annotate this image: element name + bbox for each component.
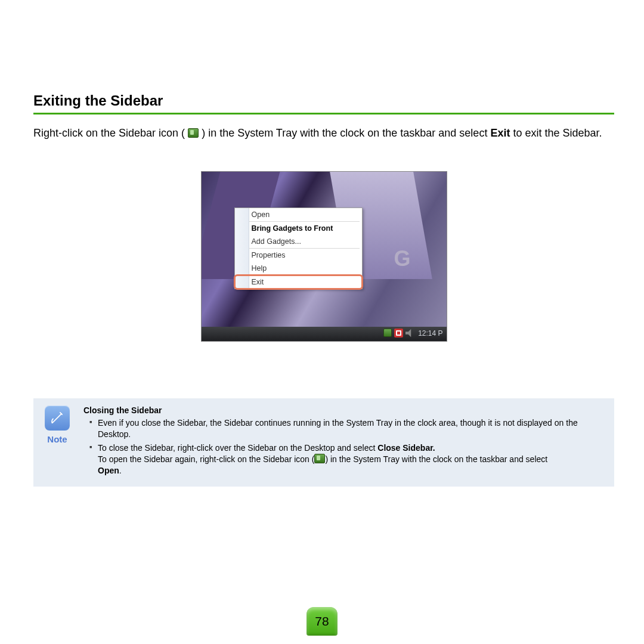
menu-item-open[interactable]: Open xyxy=(235,208,362,221)
intro-text-2: ) in the System Tray with the clock on t… xyxy=(202,127,490,139)
system-tray xyxy=(383,329,414,338)
note-b3-c: . xyxy=(119,466,122,475)
intro-paragraph: Right-click on the Sidebar icon ( ) in t… xyxy=(33,125,614,141)
intro-text-1: Right-click on the Sidebar icon ( xyxy=(33,127,185,139)
menu-item-bring-front[interactable]: Bring Gadgets to Front xyxy=(235,222,362,235)
note-label: Note xyxy=(42,434,73,444)
wallpaper-letter: G xyxy=(394,246,410,271)
taskbar-clock: 12:14 P xyxy=(418,329,442,338)
page-number-badge: 78 xyxy=(306,607,338,636)
context-menu: Open Bring Gadgets to Front Add Gadgets.… xyxy=(234,208,363,289)
intro-bold: Exit xyxy=(490,127,510,139)
sidebar-icon xyxy=(314,454,325,463)
volume-icon[interactable] xyxy=(405,329,414,338)
menu-item-properties[interactable]: Properties xyxy=(235,249,362,262)
taskbar: 12:14 P xyxy=(202,327,447,341)
page-heading: Exiting the Sidebar xyxy=(33,92,614,109)
note-bullet-2: To close the Sidebar, right-click over t… xyxy=(89,442,606,476)
note-b3-b: ) in the System Tray with the clock on t… xyxy=(325,454,547,464)
sidebar-tray-icon[interactable] xyxy=(383,329,392,337)
screenshot: G Open Bring Gadgets to Front Add Gadget… xyxy=(201,171,447,342)
menu-item-add-gadgets[interactable]: Add Gadgets... xyxy=(235,235,362,248)
note-b3-bold: Open xyxy=(98,466,119,475)
menu-item-help[interactable]: Help xyxy=(235,262,362,275)
note-title: Closing the Sidebar xyxy=(83,405,606,415)
intro-text-3: to exit the Sidebar. xyxy=(513,127,602,139)
menu-item-exit[interactable]: Exit xyxy=(235,275,362,289)
note-bullet-1: Even if you close the Sidebar, the Sideb… xyxy=(89,417,606,440)
screenshot-desktop: G Open Bring Gadgets to Front Add Gadget… xyxy=(202,172,447,327)
note-box: Note Closing the Sidebar Even if you clo… xyxy=(33,398,614,487)
note-b2-bold: Close Sidebar. xyxy=(377,443,435,453)
note-icon xyxy=(45,405,70,431)
tray-icon[interactable] xyxy=(394,329,403,338)
note-b2-text: To close the Sidebar, right-click over t… xyxy=(98,443,377,453)
sidebar-icon xyxy=(188,128,199,138)
note-b3-a: To open the Sidebar again, right-click o… xyxy=(98,454,314,464)
heading-rule xyxy=(33,113,614,114)
